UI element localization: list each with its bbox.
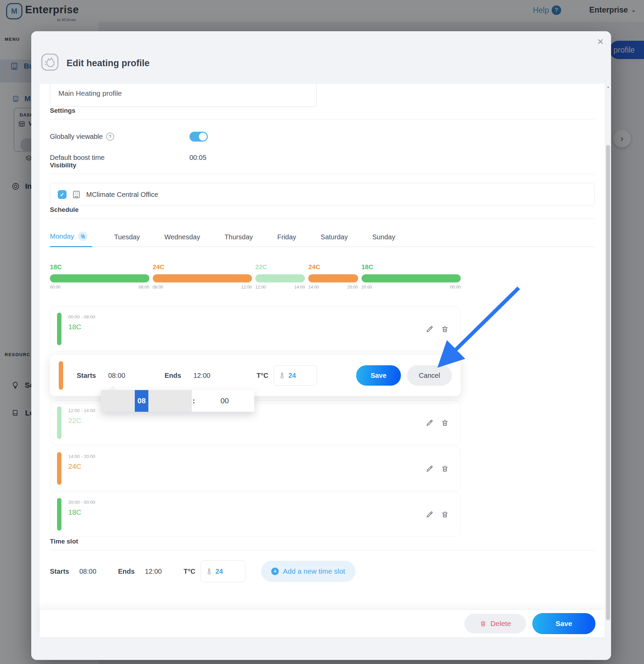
cancel-label: Cancel bbox=[419, 372, 440, 380]
segment-temp-label: 18C bbox=[50, 263, 149, 271]
add-time-slot-button[interactable]: + Add a new time slot bbox=[261, 561, 355, 582]
tab-label: Wednesday bbox=[164, 233, 200, 241]
picker-minute-zone[interactable]: : 00 bbox=[192, 390, 254, 412]
tab-sunday[interactable]: Sunday bbox=[372, 229, 395, 246]
edit-icon[interactable] bbox=[426, 465, 434, 473]
picker-colon: : bbox=[192, 396, 195, 405]
edit-icon[interactable] bbox=[426, 511, 434, 518]
globally-viewable-toggle[interactable] bbox=[189, 132, 208, 142]
divider bbox=[50, 119, 595, 119]
plus-icon: + bbox=[271, 568, 279, 575]
delete-profile-button[interactable]: Delete bbox=[464, 614, 526, 633]
office-label: MClimate Central Office bbox=[86, 191, 158, 199]
cancel-slot-button[interactable]: Cancel bbox=[407, 365, 452, 386]
delete-icon[interactable] bbox=[441, 465, 449, 473]
tab-friday[interactable]: Friday bbox=[277, 229, 296, 246]
segment-start: 00:00 bbox=[50, 285, 60, 290]
picker-hour-zone[interactable]: 08 bbox=[101, 390, 192, 412]
tab-monday[interactable]: Monday bbox=[50, 227, 90, 246]
delete-icon[interactable] bbox=[441, 511, 449, 518]
temperature-value: 24 bbox=[215, 568, 223, 575]
edit-heating-profile-modal: Edit heating profile × Main Heating prof… bbox=[31, 31, 611, 660]
save-slot-button[interactable]: Save bbox=[356, 365, 401, 386]
tab-label: Thursday bbox=[224, 233, 253, 241]
modal-footer: Delete Save bbox=[40, 609, 605, 637]
default-boost-label: Default boost time bbox=[50, 154, 105, 162]
delete-icon[interactable] bbox=[441, 325, 449, 333]
tab-label: Monday bbox=[50, 233, 74, 240]
segment-start: 12:00 bbox=[255, 285, 266, 290]
segment-bar bbox=[50, 274, 149, 282]
time-slot-list: 00:00 - 08:00 18C Starts 08:00 Ends 12:0… bbox=[50, 307, 461, 537]
tab-saturday[interactable]: Saturday bbox=[320, 229, 348, 246]
schedule-heading: Schedule bbox=[50, 206, 595, 214]
slot-temp: 18C bbox=[68, 508, 95, 516]
segment-end: 08:00 bbox=[139, 285, 149, 290]
info-icon[interactable]: ? bbox=[106, 133, 114, 141]
profile-name-input[interactable]: Main Heating profile bbox=[50, 84, 317, 107]
temperature-input[interactable]: 24 bbox=[274, 365, 317, 386]
delete-icon[interactable] bbox=[441, 419, 449, 427]
timeline-segment[interactable]: 18C 00:0008:00 bbox=[50, 263, 149, 290]
segment-start: 08:00 bbox=[153, 285, 163, 290]
timeline-segment[interactable]: 18C 20:0000:00 bbox=[362, 263, 461, 290]
tab-thursday[interactable]: Thursday bbox=[224, 229, 253, 246]
segment-end: 20:00 bbox=[347, 285, 358, 290]
default-boost-value[interactable]: 00:05 bbox=[189, 154, 206, 162]
slot-range: 12:00 - 14:00 bbox=[68, 408, 95, 413]
segment-start: 14:00 bbox=[308, 285, 319, 290]
picker-minute[interactable]: 00 bbox=[195, 396, 254, 405]
temperature-input[interactable]: 24 bbox=[201, 560, 245, 582]
slot-range: 14:00 - 20:00 bbox=[68, 454, 95, 459]
modal-content: Main Heating profile Settings Globally v… bbox=[40, 84, 605, 637]
day-tabs: Monday Tuesday Wednesday Thursday Friday… bbox=[50, 227, 595, 247]
close-icon[interactable]: × bbox=[597, 36, 604, 47]
segment-temp-label: 18C bbox=[362, 263, 461, 271]
timeline-segment[interactable]: 24C 08:0012:00 bbox=[153, 263, 252, 290]
tab-wednesday[interactable]: Wednesday bbox=[164, 229, 200, 246]
timeline-segment[interactable]: 24C 14:0020:00 bbox=[308, 263, 358, 290]
trash-icon bbox=[480, 620, 486, 627]
segment-bar bbox=[308, 274, 358, 282]
slot-temp: 22C bbox=[68, 417, 95, 425]
scrollbar-thumb[interactable] bbox=[606, 145, 610, 620]
ends-value[interactable]: 12:00 bbox=[145, 568, 162, 575]
visibility-office-row[interactable]: ✓ MClimate Central Office bbox=[50, 183, 595, 206]
scrollbar-up-arrow[interactable]: ▲ bbox=[605, 85, 611, 89]
temp-label: T°C bbox=[257, 372, 269, 380]
visibility-heading: Visibility bbox=[50, 162, 595, 169]
edit-icon[interactable] bbox=[426, 325, 434, 333]
settings-heading: Settings bbox=[50, 107, 595, 114]
office-checkbox[interactable]: ✓ bbox=[58, 190, 67, 199]
modal-scrollbar[interactable]: ▲ bbox=[605, 84, 611, 637]
tab-label: Sunday bbox=[372, 233, 395, 241]
edit-icon[interactable] bbox=[426, 419, 434, 427]
toggle-knob bbox=[199, 133, 207, 141]
ends-value[interactable]: 12:00 bbox=[194, 372, 210, 380]
tab-tuesday[interactable]: Tuesday bbox=[114, 229, 140, 246]
time-slot-editor: Starts 08:00 Ends 12:00 T°C 24 Save Canc… bbox=[50, 355, 461, 396]
segment-end: 12:00 bbox=[241, 285, 252, 290]
copy-day-icon[interactable] bbox=[78, 232, 88, 241]
divider bbox=[50, 218, 595, 219]
delete-label: Delete bbox=[491, 620, 511, 628]
time-picker-popup: 08 : 00 bbox=[101, 390, 254, 412]
time-slot-row: 14:00 - 20:00 24C bbox=[50, 446, 461, 491]
save-profile-button[interactable]: Save bbox=[532, 613, 595, 634]
starts-value[interactable]: 08:00 bbox=[108, 372, 125, 380]
timeline-segment[interactable]: 22C 12:0014:00 bbox=[255, 263, 305, 290]
segment-bar bbox=[255, 274, 305, 282]
slot-color-pill bbox=[59, 361, 63, 390]
time-slot-row: 00:00 - 08:00 18C bbox=[50, 307, 461, 351]
segment-bar bbox=[362, 274, 461, 282]
modal-title: Edit heating profile bbox=[67, 58, 150, 69]
heating-profile-icon bbox=[41, 53, 59, 71]
picker-hour-selected[interactable]: 08 bbox=[135, 390, 148, 412]
starts-label: Starts bbox=[50, 568, 69, 575]
slot-range: 20:00 - 00:00 bbox=[68, 500, 95, 505]
time-slot-heading: Time slot bbox=[50, 538, 595, 545]
slot-temp: 18C bbox=[68, 323, 95, 331]
starts-value[interactable]: 08:00 bbox=[79, 568, 96, 575]
tab-label: Tuesday bbox=[114, 233, 140, 241]
building-icon bbox=[72, 190, 81, 199]
